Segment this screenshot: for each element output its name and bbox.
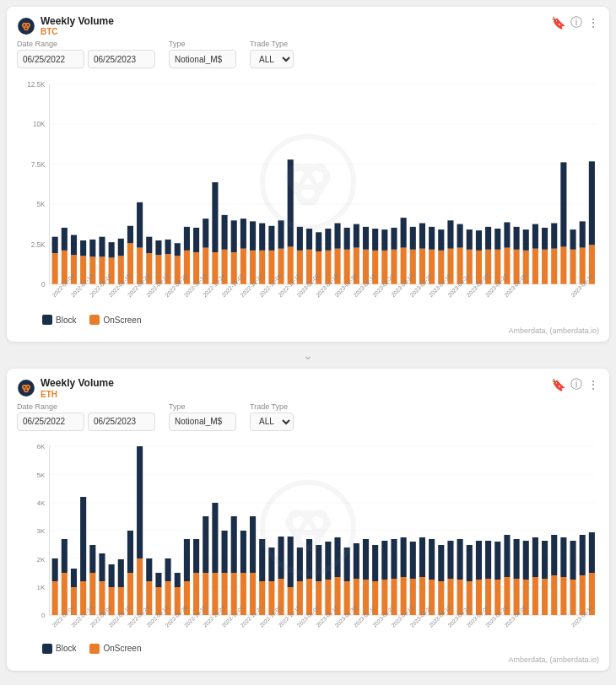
eth-legend-onscreen-label: OnScreen (103, 644, 141, 653)
svg-rect-84 (344, 228, 350, 250)
svg-rect-271 (447, 541, 453, 579)
svg-rect-255 (372, 545, 378, 581)
btc-card-actions: 🔖 ⓘ ⋮ (551, 15, 599, 30)
svg-rect-301 (589, 532, 595, 573)
svg-rect-78 (316, 233, 322, 252)
eth-legend-onscreen: OnScreen (89, 644, 141, 654)
svg-rect-293 (551, 535, 557, 575)
svg-text:6K: 6K (37, 443, 46, 450)
svg-rect-241 (306, 539, 312, 579)
svg-rect-116 (494, 229, 500, 250)
svg-rect-253 (363, 539, 369, 580)
svg-rect-112 (476, 231, 482, 251)
svg-rect-229 (250, 516, 256, 573)
svg-rect-277 (476, 541, 482, 580)
svg-rect-104 (438, 229, 444, 251)
eth-trade-type-label: Trade Type (250, 402, 294, 411)
btc-date-range-label: Date Range (17, 40, 155, 48)
svg-text:3K: 3K (37, 527, 46, 535)
svg-rect-201 (118, 559, 124, 587)
svg-rect-24 (62, 228, 68, 251)
svg-text:0: 0 (41, 280, 46, 289)
svg-rect-56 (212, 182, 218, 252)
info-icon-btc[interactable]: ⓘ (570, 15, 582, 30)
svg-rect-203 (127, 531, 133, 573)
svg-rect-58 (222, 215, 228, 250)
svg-rect-247 (334, 537, 340, 577)
svg-rect-54 (203, 219, 208, 248)
expand-arrow[interactable]: ⌄ (0, 348, 616, 362)
btc-block-color (42, 315, 52, 325)
more-icon-btc[interactable]: ⋮ (587, 16, 599, 30)
eth-type-input[interactable] (169, 413, 236, 431)
svg-rect-90 (372, 229, 378, 251)
svg-rect-126 (542, 228, 548, 250)
amberdata-logo-eth (17, 379, 35, 397)
svg-rect-120 (514, 227, 520, 250)
svg-text:7.5K: 7.5K (31, 160, 46, 169)
btc-trade-type-group: Trade Type ALL (250, 40, 294, 68)
eth-trade-type-select[interactable]: ALL (250, 413, 294, 431)
eth-date-start[interactable] (17, 413, 84, 431)
svg-rect-136 (589, 162, 595, 245)
svg-text:4K: 4K (37, 499, 46, 507)
eth-legend-block: Block (42, 644, 76, 654)
svg-rect-259 (391, 539, 397, 579)
svg-rect-207 (146, 558, 152, 581)
svg-rect-195 (89, 545, 95, 573)
svg-rect-50 (184, 227, 190, 251)
btc-title-text: Weekly Volume BTC (41, 15, 114, 36)
info-icon-eth[interactable]: ⓘ (570, 377, 582, 392)
svg-rect-189 (62, 539, 68, 573)
svg-text:2.5K: 2.5K (31, 240, 46, 249)
svg-rect-129 (560, 247, 566, 284)
svg-rect-197 (99, 553, 105, 581)
btc-date-start[interactable] (17, 50, 84, 68)
btc-type-input[interactable] (169, 50, 236, 68)
bookmark-icon-eth[interactable]: 🔖 (551, 378, 565, 391)
eth-type-group: Type (169, 402, 236, 431)
eth-date-end[interactable] (88, 413, 155, 431)
svg-rect-46 (165, 240, 171, 254)
eth-chart-subtitle: ETH (41, 390, 114, 399)
eth-attribution: Amberdata, (amberdata.io) (17, 655, 599, 664)
svg-rect-186 (52, 581, 58, 615)
svg-rect-110 (467, 229, 473, 250)
svg-rect-217 (193, 539, 199, 573)
svg-rect-48 (175, 244, 181, 256)
svg-rect-211 (165, 558, 171, 581)
more-icon-eth[interactable]: ⋮ (587, 378, 599, 391)
btc-controls: Date Range Type Trade Type ALL (17, 40, 599, 68)
eth-chart-title: Weekly Volume (41, 377, 114, 389)
svg-rect-21 (52, 253, 58, 284)
svg-rect-199 (109, 564, 115, 587)
svg-rect-193 (80, 497, 86, 581)
btc-trade-type-select[interactable]: ALL (250, 50, 294, 68)
btc-type-group: Type (169, 40, 236, 68)
svg-text:2K: 2K (37, 556, 46, 564)
svg-rect-223 (222, 531, 228, 573)
svg-rect-251 (354, 543, 359, 579)
svg-rect-124 (532, 224, 538, 249)
btc-legend-block-label: Block (56, 316, 76, 325)
svg-rect-32 (99, 237, 105, 257)
svg-rect-68 (268, 226, 274, 251)
svg-rect-209 (155, 573, 161, 587)
svg-point-0 (18, 18, 35, 35)
svg-text:0: 0 (41, 612, 46, 619)
btc-date-range-group: Date Range (17, 40, 155, 68)
svg-rect-265 (419, 537, 425, 577)
svg-rect-288 (532, 577, 538, 615)
btc-date-end[interactable] (88, 50, 155, 68)
svg-rect-36 (118, 239, 124, 256)
bookmark-icon-btc[interactable]: 🔖 (551, 16, 565, 30)
svg-rect-74 (297, 227, 303, 251)
eth-title-text: Weekly Volume ETH (41, 377, 114, 398)
svg-rect-261 (401, 537, 407, 577)
btc-legend-onscreen: OnScreen (89, 315, 141, 325)
svg-rect-204 (137, 558, 143, 615)
eth-block-color (42, 644, 52, 654)
svg-rect-66 (259, 224, 265, 251)
btc-legend-block: Block (42, 315, 76, 325)
eth-type-label: Type (169, 402, 236, 411)
